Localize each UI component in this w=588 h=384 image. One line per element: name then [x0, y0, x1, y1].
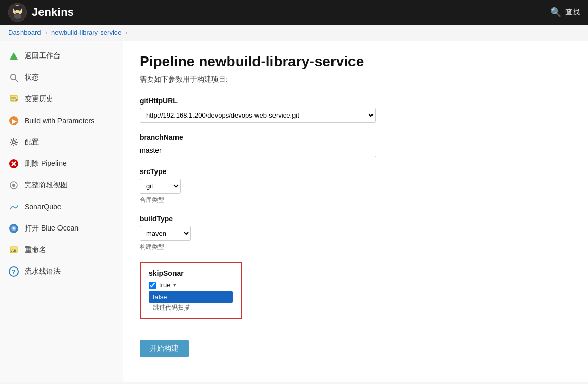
sidebar-label-config: 配置 [25, 138, 39, 147]
delete-icon [8, 158, 19, 169]
sidebar-label-full-stage-view: 完整阶段视图 [25, 181, 68, 190]
page-subtitle: 需要如下参数用于构建项目: [140, 75, 572, 84]
main-content: Pipeline newbuild-library-service 需要如下参数… [123, 41, 588, 382]
hint-build-type: 构建类型 [140, 243, 572, 252]
skip-sonar-hint: 跳过代码扫描 [153, 304, 190, 311]
build-button-container: 开始构建 [140, 336, 572, 357]
jenkins-logo [8, 3, 27, 22]
sidebar-item-pipeline-syntax[interactable]: ? 流水线语法 [0, 261, 123, 282]
header-title: Jenkins [32, 6, 74, 19]
breadcrumb-project[interactable]: newbuild-library-service [51, 29, 122, 36]
label-git-http-url: gitHttpURL [140, 97, 572, 105]
select-src-type[interactable]: git svn [140, 179, 181, 194]
sidebar-item-open-blue-ocean[interactable]: 打开 Blue Ocean [0, 218, 123, 239]
checkbox-label-true: true [159, 281, 170, 289]
sidebar-item-rename[interactable]: AB 重命名 [0, 239, 123, 261]
sidebar-label-status: 状态 [25, 73, 39, 82]
search-icon: 🔍 [550, 7, 561, 18]
field-branch-name: branchName [140, 133, 572, 157]
help-icon: ? [8, 266, 19, 277]
field-src-type: srcType git svn 合库类型 [140, 167, 572, 204]
svg-point-24 [13, 227, 15, 229]
sidebar-item-sonarqube[interactable]: SonarQube [0, 196, 123, 218]
search-label: 查找 [565, 8, 580, 17]
label-src-type: srcType [140, 167, 572, 176]
dropdown-option-false[interactable]: false [149, 291, 233, 303]
sidebar-label-open-blue-ocean: 打开 Blue Ocean [25, 224, 79, 233]
label-branch-name: branchName [140, 133, 572, 141]
sidebar-item-config[interactable]: 配置 [0, 131, 123, 153]
svg-point-2 [14, 14, 21, 19]
view-icon [8, 180, 19, 191]
arrow-up-icon [8, 50, 19, 62]
svg-point-7 [11, 74, 16, 80]
sidebar-label-delete-pipeline: 删除 Pipeline [25, 159, 67, 168]
sidebar-item-full-stage-view[interactable]: 完整阶段视图 [0, 175, 123, 196]
svg-point-21 [12, 184, 15, 187]
svg-line-8 [15, 79, 18, 82]
select-git-http-url[interactable]: http://192.168.1.200/devops/devops-web-s… [140, 108, 376, 123]
field-git-http-url: gitHttpURL http://192.168.1.200/devops/d… [140, 97, 572, 123]
header-search[interactable]: 🔍 查找 [550, 7, 580, 18]
build-button[interactable]: 开始构建 [140, 340, 189, 357]
sidebar: 返回工作台 状态 变更历史 [0, 41, 123, 382]
svg-rect-5 [13, 6, 22, 10]
sidebar-label-build-with-parameters: Build with Parameters [25, 117, 94, 125]
dropdown-arrow[interactable]: ▾ [173, 282, 177, 289]
header-left: Jenkins [8, 3, 74, 22]
select-build-type[interactable]: maven gradle npm [140, 226, 191, 241]
magnify-icon [8, 72, 19, 83]
svg-marker-6 [10, 52, 18, 60]
build-icon: ▶ [8, 115, 19, 126]
label-skip-sonar: skipSonar [149, 269, 233, 277]
sidebar-item-change-history[interactable]: 变更历史 [0, 88, 123, 110]
breadcrumb-sep-1: › [45, 29, 47, 36]
svg-point-16 [12, 141, 15, 144]
skip-sonar-checkbox-row: true ▾ [149, 281, 233, 289]
rename-icon: AB [8, 244, 19, 256]
gear-icon [8, 137, 19, 148]
breadcrumb-dashboard[interactable]: Dashboard [8, 29, 41, 36]
sidebar-item-status[interactable]: 状态 [0, 67, 123, 88]
sidebar-label-change-history: 变更历史 [25, 94, 53, 104]
label-build-type: buildType [140, 215, 572, 223]
page-title: Pipeline newbuild-library-service [140, 53, 572, 70]
svg-text:AB: AB [11, 248, 17, 253]
sidebar-label-rename: 重命名 [25, 245, 46, 255]
svg-text:▶: ▶ [12, 118, 17, 125]
header: Jenkins 🔍 查找 [0, 0, 588, 25]
bottom-bar: Build Now 构建历史 [0, 382, 588, 384]
ocean-icon [8, 223, 19, 234]
sidebar-item-build-with-parameters[interactable]: ▶ Build with Parameters [0, 110, 123, 131]
skip-sonar-box: skipSonar true ▾ false 跳过代码扫描 [140, 262, 242, 319]
skip-sonar-dropdown: false 跳过代码扫描 [149, 291, 233, 312]
field-build-type: buildType maven gradle npm 构建类型 [140, 215, 572, 252]
edit-icon [8, 93, 19, 105]
sidebar-label-pipeline-syntax: 流水线语法 [25, 267, 61, 276]
sidebar-item-delete-pipeline[interactable]: 删除 Pipeline [0, 153, 123, 175]
sidebar-item-back-workspace[interactable]: 返回工作台 [0, 45, 123, 67]
input-branch-name[interactable] [140, 144, 376, 157]
breadcrumb: Dashboard › newbuild-library-service › [0, 25, 588, 41]
breadcrumb-sep-2: › [126, 29, 128, 36]
sidebar-label-sonarqube: SonarQube [25, 203, 62, 211]
svg-text:?: ? [12, 268, 16, 276]
layout: 返回工作台 状态 变更历史 [0, 41, 588, 382]
hint-src-type: 合库类型 [140, 196, 572, 204]
sonar-icon [8, 201, 19, 213]
checkbox-skip-sonar[interactable] [149, 282, 156, 289]
sidebar-label-back-workspace: 返回工作台 [25, 51, 61, 61]
